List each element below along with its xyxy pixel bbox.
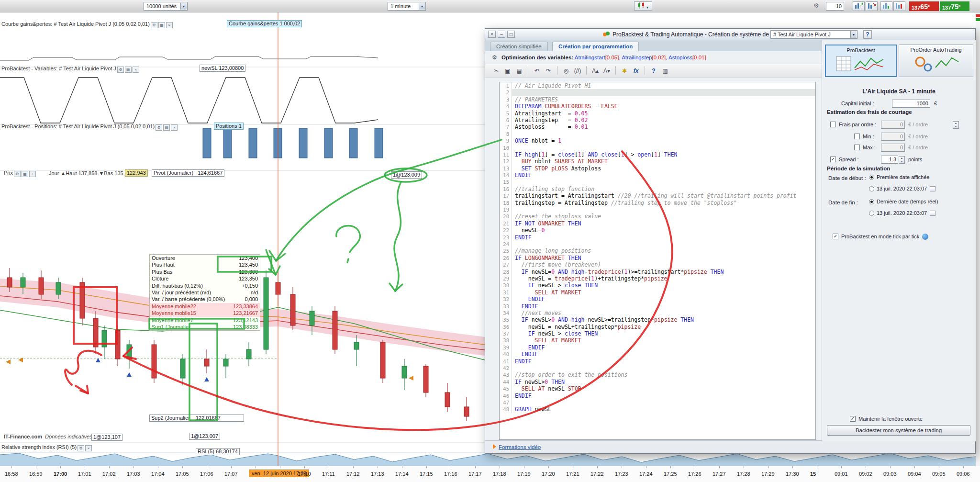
hint-icon[interactable]: ✱	[619, 66, 630, 76]
video-training-link[interactable]: Formations vidéo	[499, 444, 541, 450]
radio-button[interactable]	[869, 199, 874, 204]
price-prefix: Prix	[4, 170, 13, 176]
time-label: 17:30	[786, 471, 799, 477]
chart-tool-icon-2[interactable]	[866, 1, 878, 11]
ask-price-button[interactable]: 13775€	[940, 1, 969, 11]
code-line: 32 ENDIF	[500, 296, 815, 303]
wrench-icon[interactable]: ⚙	[78, 445, 84, 451]
chart-settings-icon[interactable]: ▦	[163, 124, 170, 131]
bid-price-button[interactable]: 13765€	[909, 1, 939, 11]
proorder-mode-button[interactable]: ProOrder AutoTrading	[899, 45, 973, 77]
tooltip-row: Moyenne mobile15123,21667	[150, 310, 260, 316]
calendar-icon[interactable]	[930, 211, 935, 216]
code-line: 47	[500, 399, 815, 406]
chart-tool-icon-3[interactable]	[880, 1, 892, 11]
code-line: 42	[500, 365, 815, 371]
lots-input[interactable]: 10	[826, 2, 844, 11]
copy-icon[interactable]: ▣	[502, 66, 513, 76]
radio-button[interactable]	[869, 175, 874, 180]
time-label: 17:01	[78, 471, 91, 477]
tooltip-row: Plus Haut123,450	[150, 261, 260, 268]
end-date-option[interactable]: Dernière date (temps réel)	[869, 199, 938, 204]
pivot-label: Pivot (Journalier) 124,61667	[152, 169, 224, 177]
wrench-icon[interactable]: ⚙	[151, 22, 157, 28]
fees-checkbox[interactable]	[830, 122, 836, 127]
time-label: 17:22	[590, 471, 604, 477]
fees-stepper[interactable]: ▴▾	[953, 121, 959, 129]
function-icon[interactable]: fx	[631, 66, 641, 76]
start-date-option[interactable]: 13 juil. 2020 22:03:07	[869, 186, 935, 191]
chart-settings-icon[interactable]: ▦	[22, 171, 28, 177]
bid-currency: €	[928, 4, 930, 8]
start-date-label: Date de début :	[828, 175, 866, 181]
close-icon[interactable]: ×	[166, 22, 173, 28]
spread-checkbox[interactable]: ✓	[830, 157, 836, 162]
chart-style-dropdown[interactable]: ▼	[634, 1, 652, 11]
fees-label: Frais par ordre :	[839, 122, 876, 127]
wrench-icon[interactable]: ⚙	[156, 124, 162, 131]
wrench-icon[interactable]: ⚙	[14, 171, 21, 177]
font-decrease-icon[interactable]: A▾	[601, 66, 612, 76]
chart-settings-icon[interactable]: ▦	[158, 22, 165, 28]
start-date-option[interactable]: Première date affichée	[869, 174, 929, 180]
dialog-titlebar[interactable]: ×–□ ProBacktest & Trading Automatique - …	[485, 29, 975, 40]
units-dropdown[interactable]: 10000 unités ▼	[144, 2, 188, 11]
paste-icon[interactable]: ▤	[514, 66, 524, 76]
code-editor[interactable]: 1// Air Liquide Pivot H123// PARAMETRES4…	[499, 82, 816, 440]
chevron-down-icon: ▼	[646, 6, 649, 9]
capital-input[interactable]: 1000	[892, 100, 930, 108]
fees-input[interactable]: 0	[881, 121, 905, 129]
code-line: 33 ENDIF	[500, 303, 815, 310]
tab-creation-par-programmation[interactable]: Création par programmation	[552, 42, 639, 51]
print-icon[interactable]: ▥	[660, 66, 670, 76]
time-label: 17:18	[493, 471, 506, 477]
code-line: 19	[500, 206, 815, 213]
help-icon[interactable]: ?	[648, 66, 659, 76]
optimization-variables: Atrailingstart[0.05], Atrailingstep[0.02…	[575, 55, 706, 60]
fees-checkbox[interactable]	[854, 145, 860, 150]
chart-tool-icon-4[interactable]	[893, 1, 905, 11]
fees-input[interactable]: 0	[881, 144, 905, 152]
font-increase-icon[interactable]: A▴	[590, 66, 601, 76]
tab-creation-simplifiee[interactable]: Création simplifiée	[490, 42, 548, 51]
fees-checkbox[interactable]	[854, 134, 860, 139]
probacktest-mode-button[interactable]: ProBacktest	[825, 45, 897, 77]
minimize-button[interactable]: –	[498, 31, 505, 38]
time-axis[interactable]: 16:5816:5917:0017:0117:0217:0317:0417:05…	[0, 466, 980, 482]
end-date-option[interactable]: 13 juil. 2020 22:03:07	[869, 210, 935, 216]
wrench-icon[interactable]: ⚙	[813, 2, 819, 9]
code-line: 45 SELL AT newSL STOP	[500, 385, 815, 392]
maximize-button[interactable]: □	[507, 31, 515, 38]
ask-currency: €	[958, 4, 960, 8]
close-icon[interactable]: ×	[85, 445, 92, 451]
redo-icon[interactable]: ↷	[543, 66, 554, 76]
fees-section-title: Estimation des frais de courtage	[827, 109, 912, 115]
chart-settings-icon[interactable]: ▦	[125, 67, 132, 73]
undo-icon[interactable]: ↶	[532, 66, 542, 76]
spread-stepper[interactable]: ▴▾	[899, 156, 905, 164]
timeframe-dropdown[interactable]: 1 minute ▼	[388, 2, 426, 11]
radio-button[interactable]	[869, 211, 874, 216]
trading-system-dropdown[interactable]: # Test Air Liquide Pivot J ▼	[770, 30, 858, 39]
chart-tool-icon-1[interactable]	[853, 1, 865, 11]
cut-icon[interactable]: ✂	[491, 66, 501, 76]
calendar-icon[interactable]	[930, 186, 935, 191]
close-button[interactable]: ×	[488, 31, 496, 38]
fees-input[interactable]: 0	[881, 133, 905, 141]
comment-icon[interactable]: (//)	[572, 66, 583, 76]
close-icon[interactable]: ×	[171, 124, 178, 131]
radio-button[interactable]	[869, 186, 874, 191]
tick-mode-checkbox[interactable]: ✓	[833, 234, 838, 239]
newsl-value-label: newSL 123,00800	[200, 65, 245, 72]
help-button[interactable]: ?	[863, 30, 872, 39]
time-label: 09:01	[835, 471, 848, 477]
search-icon[interactable]: ◎	[561, 66, 571, 76]
wrench-icon[interactable]: ⚙	[117, 67, 124, 73]
backtest-button[interactable]: Backtester mon système de trading	[827, 425, 970, 436]
spread-input[interactable]: 1.3	[881, 156, 898, 164]
option-label: 13 juil. 2020 22:03:07	[877, 210, 927, 216]
add-indicator-icon[interactable]: +	[29, 171, 36, 177]
close-icon[interactable]: ×	[133, 67, 139, 73]
code-line: 44IF newSL>0 THEN	[500, 379, 815, 385]
keep-open-checkbox[interactable]: ✓	[850, 416, 856, 422]
